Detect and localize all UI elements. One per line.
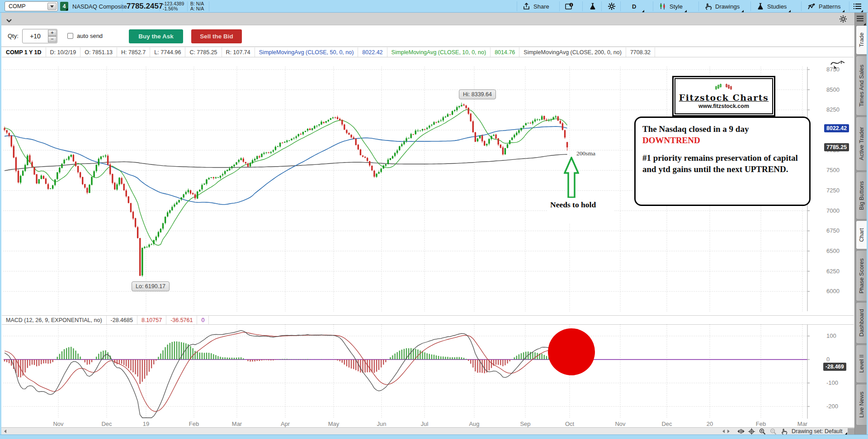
sidebar-tab-label: Live News [859,392,865,418]
sidebar-tab-phase-scores[interactable]: Phase Scores [856,250,867,301]
symbol-select[interactable]: COMP [5,1,58,11]
sell-the-bid-button[interactable]: Sell the Bid [191,29,242,43]
study-value: 7708.32 [626,47,655,57]
price-axis-label: 7250 [826,187,840,194]
study-label[interactable]: SimpleMovingAvg (CLOSE, 10, 0, no) [387,47,491,57]
buy-the-ask-button[interactable]: Buy the Ask [129,29,183,43]
drawings-button[interactable]: Drawings [704,0,740,13]
patterns-button[interactable]: Patterns [807,0,840,13]
time-axis-label: 19 [143,420,149,427]
patterns-icon [807,3,816,10]
symbol-link-badge[interactable]: 4 [60,2,68,11]
macd-value-badge: -28.469 [823,363,846,371]
analysis-note-drawing[interactable]: The Nasdaq closed in a 9 day DOWNTREND #… [634,117,811,206]
quantity-stepper[interactable]: +10 + − [22,29,57,43]
study-value: 8022.42 [358,47,387,57]
macd-title: MACD (12, 26, 9, EXPONENTIAL, no) [2,316,107,324]
ohlc-field: O: 7851.13 [80,47,117,57]
study-labels: SimpleMovingAvg (CLOSE, 50, 0, no)8022.4… [255,47,655,57]
sidebar-tab-label: Big Buttons [859,181,865,210]
chart-panel: COMP 1 Y 1D D: 10/2/19O: 7851.13H: 7852.… [1,47,854,427]
onnote-button[interactable] [565,0,574,13]
sidebar-menu-button[interactable] [857,15,864,23]
chart-menu-button[interactable] [854,0,862,13]
price-axis-label: 6250 [826,268,840,275]
pan-left-arrow[interactable] [722,428,730,434]
chart-title: COMP 1 Y 1D [2,47,46,57]
flask-icon [757,3,764,10]
qty-decrement-button[interactable]: − [48,36,57,42]
sidebar-tab-label: Trade [859,33,865,47]
scrollbar-corner [848,428,854,434]
time-axis-label: Jul [421,420,429,427]
flask-icon [589,3,596,10]
ohlc-field: R: 107.74 [222,47,255,57]
sidebar-tab-chart[interactable]: Chart [856,220,867,250]
macd-header: MACD (12, 26, 9, EXPONENTIAL, no) -28.46… [2,315,854,325]
hand-icon [704,3,712,10]
qty-increment-button[interactable]: + [48,30,57,36]
drawing-set-selector[interactable]: Drawing set: Default [792,428,846,434]
sidebar-tab-trade[interactable]: Trade [856,25,867,55]
zoom-out-icon[interactable] [770,428,777,434]
price-axis-label: 8250 [826,106,840,113]
sidebar-tab-active-trader[interactable]: Active Trader [856,117,867,171]
symbol-name: NASDAQ Composite [72,0,127,13]
sidebar-tab-live-news[interactable]: Live News [856,384,867,425]
scroll-left-arrow[interactable] [4,428,6,434]
time-axis-label: Apr [281,420,290,427]
auto-send-checkbox[interactable] [67,33,73,39]
sidebar-tab-label: Dashboard [859,309,865,336]
sidebar-tab-dashboard[interactable]: Dashboard [856,302,867,344]
macd-value: -36.5761 [166,316,197,324]
sidebar-tab-times-and-sales[interactable]: Times And Sales [856,56,867,116]
share-button[interactable]: Share [523,0,549,13]
needs-to-hold-note[interactable]: Needs to hold [547,198,613,224]
macd-value: 0 [197,316,209,324]
time-axis-label: Mar [232,420,242,427]
sidebar-tab-level-ii[interactable]: Level II [856,345,867,383]
trading-platform-window: COMP 4 NASDAQ Composite 7785.2457 -123.4… [0,0,868,439]
red-circle-drawing[interactable] [548,328,595,375]
bid-ask: B: N/A A: N/A [190,0,204,13]
symbol-dropdown-icon[interactable] [47,3,57,10]
collapse-chevron-icon[interactable] [6,16,12,24]
high-label-bubble: Hi: 8339.64 [459,89,496,99]
expansion-icon[interactable] [737,428,745,434]
time-axis-label: May [328,420,340,427]
sidebar-tabs: TradeTimes And SalesActive TraderBig But… [856,25,867,425]
study-label[interactable]: SimpleMovingAvg (CLOSE, 50, 0, no) [255,47,359,57]
top-toolbar: COMP 4 NASDAQ Composite 7785.2457 -123.4… [0,0,868,13]
scale-mode-icon[interactable] [830,59,846,71]
pan-hand-icon[interactable] [781,428,788,434]
studies-button[interactable]: Studies [757,0,787,13]
study-label[interactable]: SimpleMovingAvg (CLOSE, 200, 0, no) [519,47,626,57]
note-downtrend: DOWNTREND [642,135,700,145]
macd-canvas[interactable] [2,325,816,419]
zoom-in-icon[interactable] [759,428,766,434]
time-axis-label: Dec [661,420,672,427]
auto-send-label: auto send [77,33,103,39]
uptrend-arrow-drawing[interactable] [564,157,579,200]
sma200-tag[interactable]: 200sma [576,150,595,157]
sidebar-tab-label: Phase Scores [859,258,865,294]
window-border [0,434,868,439]
time-axis-label: 20 [707,420,713,427]
pan-right-arrow[interactable] [727,430,730,433]
timeframe-button[interactable]: D [632,0,641,13]
fitzstock-logo[interactable]: Fitzstock Charts www.fitzstock.com [672,76,775,117]
right-sidebar: TradeTimes And SalesActive TraderBig But… [854,13,867,434]
share-icon [523,3,530,10]
order-panel-settings-button[interactable] [839,15,847,25]
macd-axis-label: -100 [826,379,838,386]
qty-value: +10 [23,29,48,43]
qty-label: Qty: [8,33,19,39]
logo-title: Fitzstock Charts [679,93,769,103]
chart-settings-button[interactable] [608,0,616,13]
quick-study-button[interactable] [589,0,596,13]
macd-value: 8.10757 [137,316,166,324]
crosshair-icon[interactable] [748,428,755,434]
price-axis-label: 8500 [826,86,840,93]
sidebar-tab-big-buttons[interactable]: Big Buttons [856,172,867,220]
style-button[interactable]: Style [659,0,683,13]
